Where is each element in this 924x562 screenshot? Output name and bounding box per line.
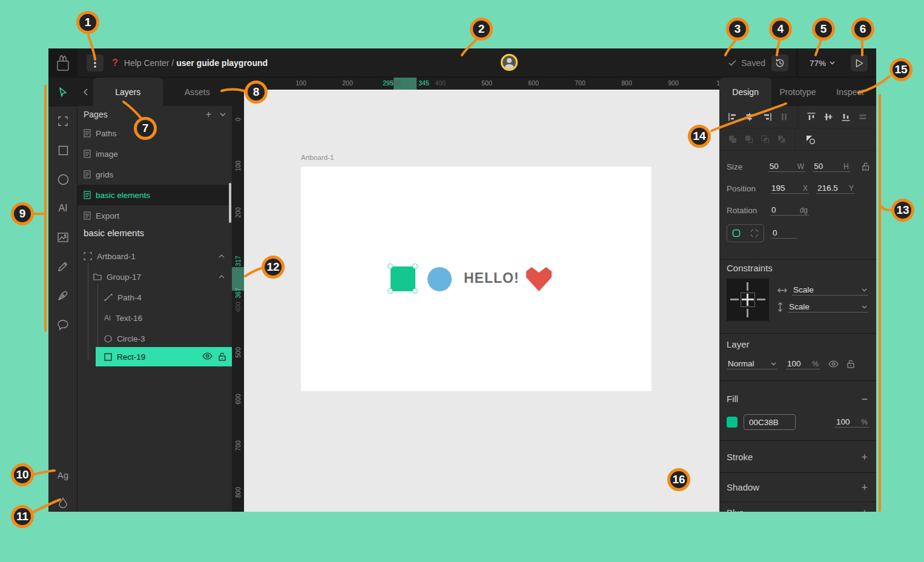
- width-field[interactable]: 50W: [768, 161, 805, 172]
- layer-lock-icon[interactable]: [847, 360, 854, 368]
- radius-value-field[interactable]: 0: [771, 228, 797, 239]
- add-stroke-button[interactable]: +: [861, 452, 868, 463]
- avatar[interactable]: [501, 54, 518, 71]
- collapse-layer-button[interactable]: [219, 254, 225, 258]
- tool-artboard[interactable]: [48, 107, 78, 136]
- shape-rectangle[interactable]: [391, 266, 415, 291]
- add-page-button[interactable]: +: [206, 109, 211, 120]
- page-icon: [84, 129, 91, 137]
- page-item[interactable]: grids: [78, 164, 232, 185]
- pages-scrollbar[interactable]: [229, 183, 231, 223]
- align-top-icon[interactable]: [807, 112, 816, 122]
- layer-row-group[interactable]: Group-17: [78, 266, 232, 287]
- tool-image[interactable]: [48, 223, 78, 252]
- y-position-field[interactable]: 216.5Y: [816, 183, 855, 194]
- fill-opacity-field[interactable]: 100%: [835, 417, 869, 428]
- align-right-icon[interactable]: [762, 112, 772, 122]
- history-button[interactable]: [771, 55, 788, 71]
- horizontal-constraint-select[interactable]: Scale: [792, 285, 868, 296]
- tab-prototype[interactable]: Prototype: [771, 78, 823, 106]
- shape-circle[interactable]: [427, 267, 452, 291]
- selection-handle[interactable]: [412, 263, 418, 269]
- breadcrumb[interactable]: Help Center / user guide playground: [124, 58, 268, 68]
- radius-single-button[interactable]: [745, 225, 764, 242]
- boolean-intersection-icon[interactable]: [761, 134, 770, 144]
- layer-row-artboard[interactable]: Artboard-1: [78, 246, 232, 266]
- distribute-horizontal-icon[interactable]: [779, 112, 789, 122]
- layer-row-circle[interactable]: Circle-3: [78, 328, 232, 349]
- selection-handle[interactable]: [412, 288, 418, 294]
- tab-assets[interactable]: Assets: [163, 78, 233, 106]
- tab-design[interactable]: Design: [719, 78, 771, 106]
- remove-fill-button[interactable]: −: [861, 394, 868, 405]
- shape-text[interactable]: HELLO!: [464, 270, 520, 286]
- artboard-name-label[interactable]: Artboard-1: [301, 154, 334, 161]
- add-shadow-button[interactable]: +: [861, 482, 868, 493]
- fill-color-swatch[interactable]: [727, 417, 738, 428]
- save-status-label: Saved: [741, 58, 765, 68]
- align-left-icon[interactable]: [728, 112, 738, 122]
- layer-opacity-field[interactable]: 100%: [786, 359, 820, 369]
- add-blur-button[interactable]: +: [861, 507, 868, 512]
- boolean-union-icon[interactable]: [728, 134, 738, 144]
- selection-handle[interactable]: [388, 288, 393, 294]
- collapse-pages-button[interactable]: [220, 113, 226, 116]
- vertical-constraint-select[interactable]: Scale: [788, 302, 868, 312]
- tool-text[interactable]: AI: [48, 194, 78, 223]
- page-item[interactable]: Export: [78, 205, 232, 226]
- tab-inspect[interactable]: Inspect: [824, 78, 876, 106]
- text-tool-icon: AI: [58, 203, 67, 214]
- tool-comment[interactable]: [48, 310, 78, 339]
- app-logo[interactable]: [48, 48, 78, 78]
- constraints-widget[interactable]: [727, 279, 769, 321]
- blur-section-title: Blur: [727, 507, 743, 512]
- tool-select[interactable]: [48, 78, 78, 107]
- boolean-exclusion-icon[interactable]: [777, 134, 787, 144]
- breadcrumb-section[interactable]: Help Center: [124, 58, 170, 68]
- page-item[interactable]: image: [78, 144, 232, 164]
- height-field[interactable]: 50H: [813, 161, 850, 172]
- unlock-icon[interactable]: [219, 352, 226, 361]
- zoom-dropdown[interactable]: 77%: [800, 59, 845, 68]
- layer-row-path[interactable]: Path-4: [78, 287, 232, 308]
- heart-shape: [525, 266, 553, 293]
- tool-rectangle[interactable]: [48, 136, 78, 165]
- blend-mode-select[interactable]: Normal: [727, 359, 777, 369]
- shape-heart[interactable]: [525, 266, 553, 293]
- align-center-horizontal-icon[interactable]: [745, 112, 754, 122]
- help-indicator[interactable]: ?: [112, 58, 118, 68]
- selection-handle[interactable]: [388, 263, 393, 269]
- callout-2: 2: [470, 18, 493, 41]
- tool-ellipse[interactable]: [48, 165, 78, 194]
- layer-row-text[interactable]: AI Text-16: [78, 308, 232, 328]
- tool-pen[interactable]: [48, 281, 78, 310]
- typography-panel-button[interactable]: Ag: [48, 470, 78, 480]
- canvas-viewport[interactable]: Artboard-1 HELLO! 0100200400317367500600…: [232, 78, 719, 512]
- tool-pencil[interactable]: [48, 252, 78, 281]
- page-item-selected[interactable]: basic elements: [78, 185, 232, 205]
- vertical-ruler[interactable]: 0100200400317367500600700800: [232, 78, 244, 512]
- main-menu-button[interactable]: [87, 55, 104, 71]
- fill-hex-field[interactable]: 00C38B: [744, 414, 796, 430]
- breadcrumb-file-name[interactable]: user guide playground: [176, 58, 268, 68]
- layer-row-rect-selected[interactable]: Rect-19: [96, 347, 232, 366]
- boolean-difference-icon[interactable]: [744, 134, 754, 144]
- align-bottom-icon[interactable]: [841, 112, 851, 122]
- horizontal-ruler[interactable]: 10020030029534540050060070080090010: [232, 78, 719, 90]
- radius-all-button[interactable]: [727, 225, 745, 242]
- flatten-icon[interactable]: [805, 134, 816, 145]
- color-palette-button[interactable]: [48, 497, 78, 508]
- lock-proportions-icon[interactable]: [862, 162, 869, 171]
- collapse-layer-button[interactable]: [219, 275, 225, 279]
- collapse-panel-button[interactable]: [78, 78, 93, 106]
- visibility-icon[interactable]: [202, 352, 213, 360]
- rotation-field[interactable]: 0dg: [770, 205, 809, 216]
- layer-visibility-icon[interactable]: [828, 360, 839, 368]
- align-center-vertical-icon[interactable]: [823, 112, 833, 122]
- tab-layers[interactable]: Layers: [93, 78, 163, 106]
- distribute-vertical-icon[interactable]: [858, 112, 868, 122]
- callout-12: 12: [262, 256, 285, 279]
- shadow-section-title: Shadow: [727, 482, 759, 492]
- x-position-field[interactable]: 195X: [770, 183, 809, 194]
- view-mode-button[interactable]: [851, 55, 868, 71]
